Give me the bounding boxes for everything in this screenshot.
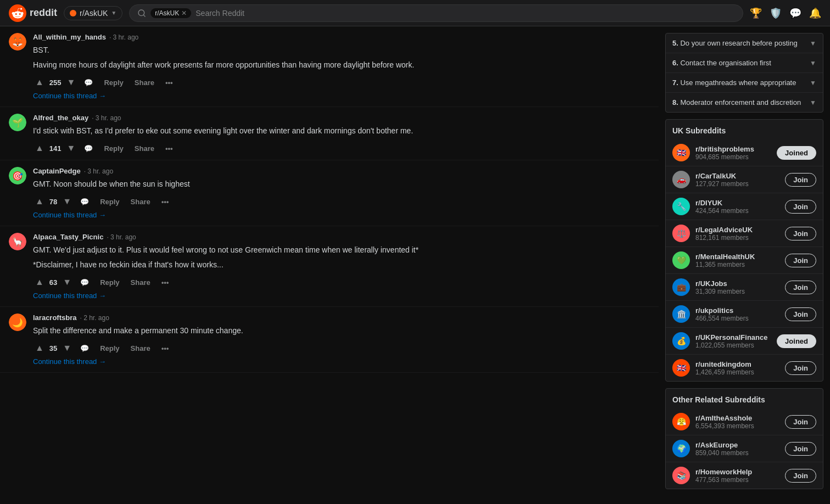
comment-actions: ▲ 255 ▼ 💬 Reply Share ••• [33, 75, 650, 89]
more-options-button[interactable]: ••• [157, 195, 174, 208]
rule-text: 7. Use megathreads where appropriate [672, 79, 796, 87]
upvote-button[interactable]: ▲ [33, 194, 46, 209]
continue-thread-link[interactable]: Continue this thread → [33, 355, 650, 368]
rule-item[interactable]: 5. Do your own research before posting ▼ [666, 33, 823, 53]
other-subreddits-title: Other Related Subreddits [666, 389, 823, 408]
sub-members: 812,161 members [695, 234, 779, 242]
sub-name[interactable]: r/HomeworkHelp [695, 468, 779, 476]
comment-header: laracroftsbra · 2 hr. ago [33, 313, 650, 322]
join-button[interactable]: Join [785, 415, 816, 429]
chat-icon[interactable]: 💬 [789, 7, 801, 19]
upvote-button[interactable]: ▲ [33, 75, 46, 89]
sub-name[interactable]: r/UKPersonalFinance [695, 333, 771, 341]
comment-bubble-button[interactable]: 💬 [76, 276, 93, 289]
sub-info: r/HomeworkHelp 477,563 members [695, 468, 779, 484]
comment: 🦙 Alpaca_Tasty_Picnic · 3 hr. ago GMT. W… [0, 226, 659, 307]
reddit-logo[interactable]: reddit [9, 4, 57, 22]
sub-name[interactable]: r/UKJobs [695, 279, 779, 288]
comment-bubble-button[interactable]: 💬 [80, 142, 97, 155]
join-button[interactable]: Join [785, 200, 816, 214]
reply-button[interactable]: Reply [96, 276, 124, 289]
header-icons: 🏆 🛡️ 💬 🔔 [750, 7, 821, 19]
join-button[interactable]: Join [785, 254, 816, 267]
comment-author[interactable]: All_within_my_hands [33, 33, 106, 41]
upvote-button[interactable]: ▲ [33, 141, 46, 155]
comment-author[interactable]: CaptainPedge [33, 167, 81, 175]
sub-info: r/britishproblems 904,685 members [695, 145, 771, 161]
sub-name[interactable]: r/AskEurope [695, 441, 779, 449]
upvote-button[interactable]: ▲ [33, 275, 46, 289]
comment: 🎯 CaptainPedge · 3 hr. ago GMT. Noon sho… [0, 160, 659, 226]
subreddit-row: 🏛️ r/ukpolitics 466,554 members Join [666, 301, 823, 328]
comment-author[interactable]: laracroftsbra [33, 313, 76, 322]
sub-name[interactable]: r/unitedkingdom [695, 360, 779, 368]
continue-thread-link[interactable]: Continue this thread → [33, 89, 650, 102]
continue-thread-link[interactable]: Continue this thread → [33, 289, 650, 302]
comment-bubble-button[interactable]: 💬 [76, 195, 93, 208]
joined-button[interactable]: Joined [777, 334, 816, 348]
reply-button[interactable]: Reply [96, 342, 124, 355]
sub-name[interactable]: r/ukpolitics [695, 306, 779, 315]
join-button[interactable]: Join [785, 442, 816, 456]
bell-icon[interactable]: 🔔 [809, 7, 821, 19]
subreddit-row: 🇬🇧 r/unitedkingdom 1,426,459 members Joi… [666, 355, 823, 381]
comment-author[interactable]: Alpaca_Tasty_Picnic [33, 233, 103, 241]
downvote-button[interactable]: ▼ [60, 275, 74, 289]
sub-members: 904,685 members [695, 153, 771, 161]
downvote-button[interactable]: ▼ [60, 341, 74, 355]
more-options-button[interactable]: ••• [157, 276, 174, 289]
join-button[interactable]: Join [785, 227, 816, 240]
sub-name[interactable]: r/DIYUK [695, 199, 779, 207]
comment-body: Alfred_the_okay · 3 hr. ago I'd stick wi… [33, 114, 650, 155]
downvote-button[interactable]: ▼ [60, 194, 74, 209]
uk-subreddits-title: UK Subreddits [666, 120, 823, 139]
comment-bubble-button[interactable]: 💬 [80, 76, 97, 89]
comment-time: · 3 hr. ago [107, 233, 136, 241]
rule-item[interactable]: 6. Contact the organisation first ▼ [666, 53, 823, 73]
more-options-button[interactable]: ••• [157, 342, 174, 355]
rule-item[interactable]: 8. Moderator enforcement and discretion … [666, 93, 823, 112]
join-button[interactable]: Join [785, 307, 816, 321]
rule-item[interactable]: 7. Use megathreads where appropriate ▼ [666, 73, 823, 93]
downvote-button[interactable]: ▼ [65, 141, 78, 155]
sub-name[interactable]: r/britishproblems [695, 145, 771, 153]
share-button[interactable]: Share [130, 142, 159, 155]
downvote-button[interactable]: ▼ [65, 75, 78, 89]
sub-name[interactable]: r/AmItheAsshole [695, 414, 779, 422]
avatar: 🦊 [9, 33, 26, 51]
share-button[interactable]: Share [126, 342, 155, 355]
shield-icon[interactable]: 🛡️ [770, 7, 782, 19]
reply-button[interactable]: Reply [96, 195, 124, 208]
comment-author[interactable]: Alfred_the_okay [33, 114, 88, 122]
more-options-button[interactable]: ••• [161, 142, 177, 155]
continue-thread-link[interactable]: Continue this thread → [33, 209, 650, 221]
comment-bubble-icon: 💬 [80, 198, 89, 206]
subreddit-selector[interactable]: r/AskUK ▼ [64, 6, 122, 20]
comment-header: CaptainPedge · 3 hr. ago [33, 167, 650, 175]
join-button[interactable]: Join [785, 281, 816, 294]
share-button[interactable]: Share [126, 195, 155, 208]
sub-name[interactable]: r/CarTalkUK [695, 172, 779, 180]
sub-members: 466,554 members [695, 315, 779, 322]
search-input[interactable] [196, 9, 735, 18]
join-button[interactable]: Join [785, 361, 816, 375]
join-button[interactable]: Join [785, 469, 816, 483]
joined-button[interactable]: Joined [777, 146, 816, 160]
reply-button[interactable]: Reply [99, 76, 127, 89]
sub-name[interactable]: r/LegalAdviceUK [695, 226, 779, 234]
upvote-button[interactable]: ▲ [33, 341, 46, 355]
search-filter-pill[interactable]: r/AskUK ✕ [151, 8, 191, 18]
share-button[interactable]: Share [126, 276, 155, 289]
award-icon[interactable]: 🏆 [750, 7, 762, 19]
more-options-button[interactable]: ••• [161, 76, 177, 89]
comment-header: All_within_my_hands · 3 hr. ago [33, 33, 650, 41]
comment-time: · 2 hr. ago [80, 314, 109, 322]
reply-button[interactable]: Reply [99, 142, 127, 155]
comment-bubble-button[interactable]: 💬 [76, 342, 93, 355]
vote-count: 255 [48, 79, 63, 87]
comment: 🦊 All_within_my_hands · 3 hr. ago BST.Ha… [0, 26, 659, 107]
search-filter-remove[interactable]: ✕ [181, 9, 187, 17]
sub-name[interactable]: r/MentalHealthUK [695, 253, 779, 261]
join-button[interactable]: Join [785, 173, 816, 187]
share-button[interactable]: Share [130, 76, 159, 89]
